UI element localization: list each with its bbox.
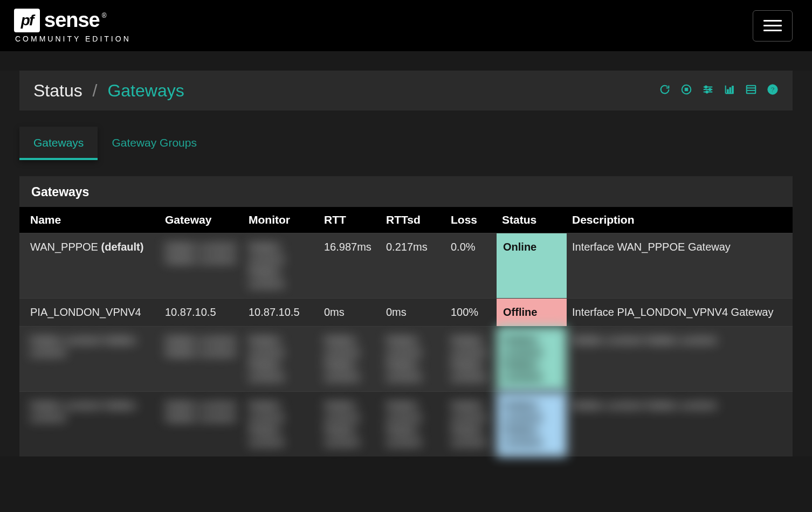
status-badge: Online	[497, 233, 567, 299]
svg-rect-1	[685, 88, 688, 91]
svg-point-7	[706, 91, 708, 93]
table-row: PIA_LONDON_VPNV4 10.87.10.510.87.10.50ms…	[19, 299, 793, 327]
col-loss: Loss	[445, 207, 497, 233]
list-icon[interactable]	[745, 84, 757, 98]
cell: hidden content hidden content	[160, 392, 243, 457]
cell: hidden content hidden content	[381, 327, 445, 392]
svg-rect-8	[727, 89, 728, 93]
sliders-icon[interactable]	[702, 84, 714, 98]
cell: 0.217ms	[381, 233, 445, 299]
cell: 10.87.10.5	[160, 299, 243, 327]
cell-name: PIA_LONDON_VPNV4	[19, 299, 160, 327]
chart-icon[interactable]	[724, 84, 735, 98]
refresh-icon[interactable]	[659, 84, 671, 98]
svg-point-5	[705, 86, 707, 88]
cell: 100%	[445, 299, 497, 327]
logo-pf-badge: pf	[14, 9, 40, 32]
breadcrumb-separator: /	[93, 81, 98, 100]
cell-name: hidden content hidden content	[19, 327, 160, 392]
cell: 0ms	[319, 299, 381, 327]
status-badge: Offline	[497, 299, 567, 327]
tab-gateway-groups[interactable]: Gateway Groups	[98, 127, 211, 160]
svg-rect-9	[730, 87, 731, 93]
cell: hidden content hidden content	[243, 233, 319, 299]
col-name: Name	[19, 207, 160, 233]
gateways-table: Name Gateway Monitor RTT RTTsd Loss Stat…	[19, 207, 793, 456]
table-row: hidden content hidden contenthidden cont…	[19, 327, 793, 392]
status-badge: hidden content hidden content	[497, 327, 567, 392]
cell: hidden content hidden content	[567, 392, 793, 457]
logo[interactable]: pf sense ® COMMUNITY EDITION	[14, 9, 131, 43]
breadcrumb-page[interactable]: Gateways	[107, 81, 184, 100]
cell: hidden content hidden content	[567, 327, 793, 392]
cell: 10.87.10.5	[243, 299, 319, 327]
cell: hidden content hidden content	[243, 392, 319, 457]
gateways-panel: Gateways Name Gateway Monitor RTT RTTsd …	[19, 176, 793, 456]
cell: hidden content hidden content	[445, 327, 497, 392]
toolbar: ?	[659, 84, 779, 98]
breadcrumb: Status / Gateways ?	[19, 71, 793, 110]
cell-name: hidden content hidden content	[19, 392, 160, 457]
col-monitor: Monitor	[243, 207, 319, 233]
svg-rect-10	[732, 86, 734, 94]
top-bar: pf sense ® COMMUNITY EDITION	[0, 0, 812, 51]
menu-toggle-button[interactable]	[753, 10, 793, 41]
col-status: Status	[497, 207, 567, 233]
default-label: (default)	[101, 241, 144, 253]
table-row: WAN_PPPOE (default)hidden content hidden…	[19, 233, 793, 299]
cell: Interface WAN_PPPOE Gateway	[567, 233, 793, 299]
cell: hidden content hidden content	[160, 233, 243, 299]
tabs: Gateways Gateway Groups	[19, 127, 793, 160]
cell: 0.0%	[445, 233, 497, 299]
tab-gateways[interactable]: Gateways	[19, 127, 98, 160]
cell: hidden content hidden content	[160, 327, 243, 392]
col-description: Description	[567, 207, 793, 233]
col-gateway: Gateway	[160, 207, 243, 233]
breadcrumb-section[interactable]: Status	[33, 81, 82, 100]
stop-icon[interactable]	[680, 84, 692, 98]
cell: 0ms	[381, 299, 445, 327]
cell-name: WAN_PPPOE (default)	[19, 233, 160, 299]
cell: hidden content hidden content	[319, 327, 381, 392]
table-header-row: Name Gateway Monitor RTT RTTsd Loss Stat…	[19, 207, 793, 233]
help-icon[interactable]: ?	[767, 84, 779, 98]
svg-point-6	[709, 88, 711, 91]
table-row: hidden content hidden contenthidden cont…	[19, 392, 793, 457]
cell: hidden content hidden content	[445, 392, 497, 457]
logo-subtitle: COMMUNITY EDITION	[15, 34, 131, 43]
cell: Interface PIA_LONDON_VPNV4 Gateway	[567, 299, 793, 327]
cell: hidden content hidden content	[381, 392, 445, 457]
col-rtt: RTT	[319, 207, 381, 233]
cell: 16.987ms	[319, 233, 381, 299]
logo-sense-text: sense	[44, 9, 100, 32]
svg-rect-11	[747, 86, 756, 94]
cell: hidden content hidden content	[243, 327, 319, 392]
panel-title: Gateways	[19, 176, 793, 207]
cell: hidden content hidden content	[319, 392, 381, 457]
col-rttsd: RTTsd	[381, 207, 445, 233]
logo-registered: ®	[102, 12, 107, 19]
svg-text:?: ?	[770, 86, 775, 94]
status-badge: hidden content hidden content	[497, 392, 567, 457]
